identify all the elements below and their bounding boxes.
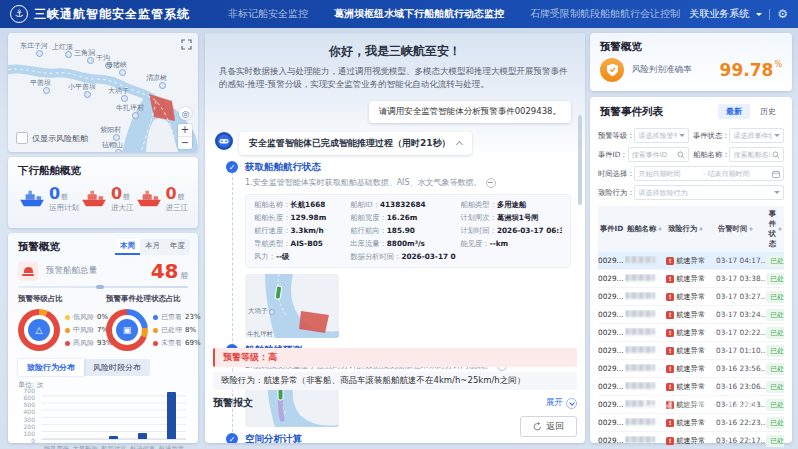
business-system-menu[interactable]: 关联业务系统	[689, 7, 749, 21]
vessel-field: 数据分析时间：2026-03-17 04:16:40	[350, 252, 456, 262]
y-tick-label: 600	[24, 394, 35, 401]
back-button[interactable]: 返回	[520, 416, 577, 437]
status-filter-select[interactable]: 请选择事件状态	[729, 128, 784, 143]
locate-icon[interactable]: ◎	[179, 107, 192, 120]
legend-value: 8%	[185, 326, 196, 334]
bar-category-label: 船距过近	[100, 445, 129, 449]
table-row-8[interactable]: 0029...!航速异常03-16 22:43...已处理	[598, 396, 784, 414]
sort-icon	[699, 225, 703, 233]
behavior-filter-select[interactable]: 请选择致险行为	[634, 185, 784, 200]
level-filter-label: 预警等级：	[598, 131, 634, 141]
column-header-1[interactable]: 船舶名称	[627, 224, 668, 234]
alarm-time-cell: 03-17 04:17...	[716, 256, 766, 265]
legend-label: 高风险	[73, 338, 94, 348]
table-row-6[interactable]: 0029...!航速异常03-16 23:56...已处理	[598, 360, 784, 378]
event-id-cell: 0029...	[598, 328, 625, 337]
behavior-chart-tab-0[interactable]: 致险行为分布	[18, 359, 84, 376]
event-list-tab-0[interactable]: 最新	[718, 104, 750, 119]
table-row-9[interactable]: 0029...!航速异常03-16 22:23...已处理	[598, 414, 784, 432]
vessel-stat-0: 0艘运用计划	[18, 184, 79, 213]
warning-report-title: 预警报文	[213, 396, 253, 410]
bar-航速异常	[167, 392, 176, 439]
status-cell: 已处理	[766, 363, 784, 375]
agent-result-header[interactable]: 安全监管智能体已完成智能推理过程（用时21秒）	[239, 132, 472, 155]
search-icon	[772, 151, 780, 159]
alarm-time-cell: 03-17 01:10...	[716, 346, 766, 355]
bar-slot	[128, 433, 157, 439]
status-badge: 已处理	[766, 345, 784, 357]
field-label: 计划时间：	[460, 226, 496, 235]
zoom-out-button[interactable]: −	[178, 136, 192, 149]
table-row-7[interactable]: 0029...!航速异常03-16 23:06...已处理	[598, 378, 784, 396]
behavior-chart-tab-1[interactable]: 风险时段分布	[84, 359, 150, 376]
chevron-down-icon	[774, 191, 780, 197]
table-row-2[interactable]: 0029...!航速异常03-17 03:27...已处理	[598, 288, 784, 306]
field-label: 航行速度：	[254, 226, 290, 235]
y-tick-label: 300	[24, 415, 35, 422]
status-badge: 已处理	[766, 327, 784, 339]
nav-item-0[interactable]: 非标记船安全监控	[228, 7, 308, 21]
warning-event-list-panel: 预警事件列表 最新历史 预警等级： 请选择预警等级 事件状态： 请选择事件状态	[590, 97, 792, 443]
top-nav: 非标记船安全监控葛洲坝枢纽水域下行船舶航行动态监控石牌受限制航段船舶航行会让控制	[228, 7, 680, 21]
collapse-icon[interactable]	[486, 178, 496, 188]
table-row-1[interactable]: 0029...!航速异常03-17 03:38...已处理	[598, 270, 784, 288]
speed-abnormal-icon: !	[666, 257, 674, 265]
vessel-stat-1: 0艘进大江	[80, 184, 134, 213]
alarm-time-cell: 03-16 23:56...	[716, 364, 766, 373]
ship-name-cell	[625, 418, 666, 427]
map-place-dot	[121, 95, 128, 102]
field-label: 船舶宽度：	[350, 213, 386, 222]
redacted-ship-name	[625, 310, 655, 317]
alarm-time-cell: 03-17 02:22...	[716, 328, 766, 337]
event-list-tab-1[interactable]: 历史	[752, 104, 784, 119]
alarm-time-cell: 03-17 03:27...	[716, 292, 766, 301]
map-zoom-controls: + −	[178, 124, 192, 149]
column-header-4[interactable]: 事件状态	[768, 209, 782, 249]
status-badge: 已处理	[766, 381, 784, 393]
expand-report-link[interactable]: 展开	[546, 397, 577, 409]
ship-name-cell	[625, 436, 666, 445]
nav-item-2[interactable]: 石牌受限制航段船舶航行会让控制	[530, 7, 680, 21]
time-range-picker[interactable]: 开始日期时间 - 结束日期时间	[634, 166, 784, 181]
behavior-cell: !航速异常	[666, 400, 716, 410]
period-tab-1[interactable]: 本月	[140, 239, 165, 255]
y-tick-label: 100	[24, 429, 35, 436]
behavior-cell: !航速异常	[666, 364, 716, 374]
behavior-filter-label: 致险行为：	[598, 188, 634, 198]
alarm-time-cell: 03-16 22:43...	[716, 400, 766, 409]
level-filter-select[interactable]: 请选择预警等级	[634, 128, 689, 143]
fullscreen-icon[interactable]	[181, 39, 192, 50]
legend-item: 未查看69%	[153, 338, 201, 348]
bar-船距过近	[109, 436, 118, 439]
table-row-0[interactable]: 0029...!航速异常03-17 04:17...已处理	[598, 252, 784, 270]
column-header-2[interactable]: 致险行为	[668, 224, 718, 234]
table-row-3[interactable]: 0029...!航速异常03-17 03:24...已处理	[598, 306, 784, 324]
status-badge: 已处理	[766, 291, 784, 303]
table-row-5[interactable]: 0029...!航速异常03-17 01:10...已处理	[598, 342, 784, 360]
event-id-search-input[interactable]: 搜索事件ID	[628, 147, 689, 162]
gear-icon[interactable]: ⚙	[777, 7, 788, 21]
vessel-count: 0	[166, 184, 177, 203]
legend-item: 已处理8%	[153, 325, 201, 335]
field-value: 413832684	[380, 200, 426, 209]
table-row-10[interactable]: 0029...!航速异常03-16 22:17...已处理	[598, 432, 784, 449]
table-row-4[interactable]: 0029...!航速异常03-17 02:22...已处理	[598, 324, 784, 342]
agent-chat-panel: 你好，我是三峡航至安！ 具备实时数据接入与处理能力，通过调用视觉模型、多模态大模…	[205, 33, 585, 443]
zoom-in-button[interactable]: +	[178, 124, 192, 136]
risk-only-checkbox[interactable]	[16, 132, 28, 144]
field-value: 3.3km/h	[290, 226, 323, 235]
period-tab-2[interactable]: 年度	[165, 239, 190, 255]
ship-name-search-input[interactable]: 搜索船舶名称	[729, 147, 784, 162]
legend-label: 已查看	[161, 312, 182, 322]
field-label: 能见度：	[460, 239, 489, 248]
scrollbar[interactable]	[578, 115, 582, 205]
nav-item-1[interactable]: 葛洲坝枢纽水域下行船舶航行动态监控	[334, 7, 504, 21]
period-tab-0[interactable]: 本周	[115, 239, 140, 255]
redacted-ship-name	[625, 382, 655, 389]
risk-only-label: 仅显示风险船舶	[32, 133, 88, 144]
ship-name-cell	[625, 346, 666, 355]
column-header-3[interactable]: 告警时间	[718, 224, 768, 234]
redacted-ship-name	[625, 256, 655, 263]
vessel-field: 船舶长度：129.98m	[254, 213, 346, 223]
risk-behavior-banner: 致险行为：航速异常（非客船、商品车滚装船舶航速不在4km/h~25km/h之间）	[213, 372, 577, 390]
